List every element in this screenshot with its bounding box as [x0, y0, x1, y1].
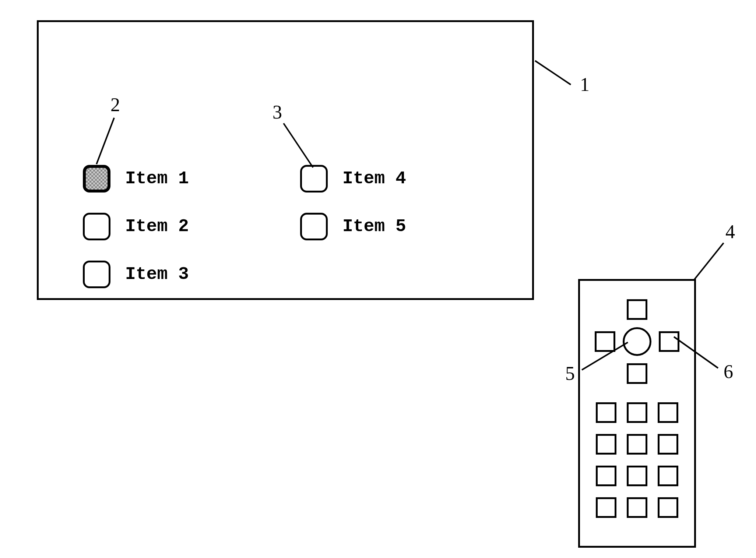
numpad-button[interactable]	[596, 402, 616, 423]
callout-item-box: 3	[272, 101, 282, 123]
numpad-button[interactable]	[658, 434, 678, 455]
display-screen: Item 1 Item 2 Item 3 Item 4 Item 5	[37, 20, 534, 300]
menu-column-right: Item 4 Item 5	[300, 164, 406, 259]
item-label: Item 3	[125, 264, 189, 284]
dpad-down-button[interactable]	[627, 363, 647, 384]
callout-remote: 4	[725, 221, 735, 243]
menu-item-2[interactable]: Item 2	[83, 212, 189, 241]
dpad-center-button[interactable]	[623, 327, 651, 356]
numpad-button[interactable]	[658, 497, 678, 518]
numpad-button[interactable]	[658, 402, 678, 423]
numpad-button[interactable]	[627, 497, 647, 518]
menu-item-3[interactable]: Item 3	[83, 259, 189, 289]
dpad-up-button[interactable]	[627, 299, 647, 320]
numpad-button[interactable]	[658, 466, 678, 486]
callout-center-button: 5	[565, 363, 575, 384]
item-label: Item 5	[342, 216, 406, 236]
menu-item-1[interactable]: Item 1	[83, 164, 189, 193]
menu-item-5[interactable]: Item 5	[300, 212, 406, 241]
menu-item-4[interactable]: Item 4	[300, 164, 406, 193]
callout-screen: 1	[580, 74, 590, 95]
numpad-button[interactable]	[627, 402, 647, 423]
checkbox-icon	[83, 213, 110, 240]
menu-column-left: Item 1 Item 2 Item 3	[83, 164, 189, 307]
svg-line-0	[535, 61, 571, 85]
item-label: Item 4	[342, 169, 406, 188]
numpad-button[interactable]	[627, 466, 647, 486]
numpad-button[interactable]	[596, 497, 616, 518]
dpad-left-button[interactable]	[595, 331, 615, 352]
checkbox-icon	[83, 261, 110, 288]
checkbox-icon	[300, 213, 328, 240]
dpad	[595, 299, 679, 384]
numpad-button[interactable]	[596, 466, 616, 486]
numpad	[596, 402, 678, 518]
numpad-button[interactable]	[596, 434, 616, 455]
remote-control	[578, 279, 696, 548]
dpad-right-button[interactable]	[659, 331, 679, 352]
callout-selected-box: 2	[110, 94, 120, 116]
callout-dpad-right: 6	[724, 361, 733, 382]
item-label: Item 2	[125, 216, 189, 236]
svg-line-3	[694, 243, 724, 280]
checkbox-icon	[300, 165, 328, 193]
item-label: Item 1	[125, 169, 189, 188]
numpad-button[interactable]	[627, 434, 647, 455]
checkbox-selected-icon	[83, 165, 110, 193]
